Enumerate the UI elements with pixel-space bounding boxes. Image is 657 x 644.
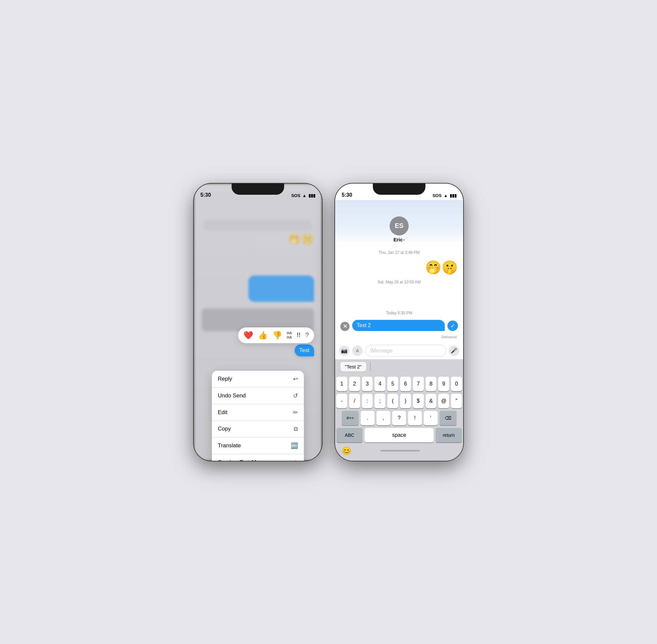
notch (232, 184, 284, 195)
copy-icon: ⧉ (294, 426, 298, 433)
reaction-heart[interactable]: ❤️ (244, 331, 253, 340)
reply-icon: ↩ (293, 375, 298, 383)
status-icons-2: SOS ▲ ▮▮▮ (433, 193, 457, 198)
key-semicolon[interactable]: ; (375, 394, 385, 408)
reaction-question[interactable]: ? (305, 331, 309, 339)
contact-chevron-icon: › (403, 237, 405, 242)
reaction-haha[interactable]: HAHA (287, 331, 292, 339)
bg-bubble-1 (204, 220, 312, 230)
timestamp-3: Today 5:30 PM (340, 311, 458, 315)
key-colon[interactable]: : (362, 394, 373, 408)
key-6[interactable]: 6 (400, 377, 411, 391)
send-button[interactable]: ✓ (448, 321, 458, 331)
autocomplete-divider (370, 362, 370, 371)
contact-avatar[interactable]: ES (390, 216, 409, 235)
key-slash[interactable]: / (349, 394, 360, 408)
mic-button[interactable]: 🎤 (449, 345, 459, 356)
reaction-thumbs-up[interactable]: 👍 (258, 331, 268, 340)
cancel-button[interactable]: ✕ (340, 322, 349, 331)
status-time: 5:30 (200, 192, 211, 198)
autocomplete-bar: "Test 2" (335, 359, 463, 374)
key-dash[interactable]: - (336, 394, 347, 408)
imessage-screen: 5:30 SOS ▲ ▮▮▮ ES Eric › Thu, Jan (335, 184, 463, 461)
timestamp-2: Sat, May 28 at 10:53 AM (340, 280, 458, 284)
status-time-2: 5:30 (342, 192, 352, 198)
key-period[interactable]: . (361, 411, 375, 425)
key-abc[interactable]: ABC (336, 428, 363, 442)
key-0[interactable]: 0 (451, 377, 462, 391)
phone2-screen: 5:30 SOS ▲ ▮▮▮ ES Eric › Thu, Jan (335, 184, 463, 461)
status-icons: SOS ▲ ▮▮▮ (291, 193, 315, 198)
menu-item-edit[interactable]: Edit ✏ (212, 404, 304, 421)
key-dollar[interactable]: $ (413, 394, 424, 408)
timestamp-1: Thu, Jan 27 at 3:49 PM (340, 250, 458, 255)
emoji-message: 🤭🤫 (340, 259, 458, 275)
undo-send-icon: ↺ (293, 392, 298, 399)
delivered-status: Delivered (340, 335, 458, 339)
wifi-icon: ▲ (302, 193, 307, 198)
key-amp[interactable]: & (426, 394, 436, 408)
key-7[interactable]: 7 (413, 377, 424, 391)
emoji-bubbles: 🤭🤫 (425, 259, 458, 275)
notch-2 (373, 184, 425, 195)
key-space[interactable]: space (365, 428, 434, 442)
reaction-exclamation[interactable]: !! (297, 332, 300, 339)
spacer (340, 289, 458, 306)
key-4[interactable]: 4 (375, 377, 385, 391)
key-paren-close[interactable]: ) (400, 394, 411, 408)
keyboard-row-3: #+= . , ? ! ' ⌫ (336, 411, 462, 425)
emoji-keyboard-button[interactable]: 😊 (339, 445, 354, 457)
input-bar: 📷 A iMessage 🎤 (335, 342, 463, 359)
bg-emoji: 🤭🤫 (288, 233, 314, 245)
key-3[interactable]: 3 (362, 377, 373, 391)
translate-icon: 🔤 (291, 442, 298, 449)
key-apostrophe[interactable]: ' (424, 411, 437, 425)
phone-1: 5:30 SOS ▲ ▮▮▮ 🤭🤫 ❤️ 👍 👎 HAHA !! ? (194, 184, 322, 461)
menu-item-send-as-text[interactable]: Send as Text Message ⊙ (212, 454, 304, 461)
send-text-icon: ⊙ (293, 459, 298, 461)
key-5[interactable]: 5 (387, 377, 398, 391)
menu-item-undo-send[interactable]: Undo Send ↺ (212, 388, 304, 404)
test-message-bubble[interactable]: Test (295, 345, 314, 356)
key-paren-open[interactable]: ( (387, 394, 398, 408)
contact-header: ES Eric › (335, 200, 463, 246)
key-2[interactable]: 2 (349, 377, 360, 391)
apps-button[interactable]: A (352, 345, 363, 356)
sos-icon: SOS (291, 193, 300, 198)
battery-icon: ▮▮▮ (309, 193, 315, 198)
imessage-input[interactable]: iMessage (365, 345, 446, 356)
menu-item-copy[interactable]: Copy ⧉ (212, 421, 304, 437)
key-1[interactable]: 1 (336, 377, 347, 391)
autocomplete-item-1[interactable]: "Test 2" (340, 362, 366, 371)
menu-item-reply[interactable]: Reply ↩ (212, 371, 304, 388)
reaction-thumbs-down[interactable]: 👎 (272, 331, 282, 340)
bg-bubble-3 (248, 276, 314, 302)
keyboard-row-4: ABC space return (336, 428, 462, 442)
keyboard: 1 2 3 4 5 6 7 8 9 0 - / : ; ( (335, 374, 463, 461)
key-delete[interactable]: ⌫ (439, 411, 457, 425)
battery-icon-2: ▮▮▮ (450, 193, 457, 198)
sent-message-row: ✕ Test 2 ✓ (340, 320, 458, 331)
edit-icon: ✏ (293, 409, 298, 416)
key-9[interactable]: 9 (438, 377, 449, 391)
key-comma[interactable]: , (377, 411, 390, 425)
keyboard-padding-bottom (336, 457, 462, 459)
context-menu: Reply ↩ Undo Send ↺ Edit ✏ Copy ⧉ Transl… (212, 371, 304, 461)
keyboard-row-2: - / : ; ( ) $ & @ " (336, 394, 462, 408)
key-question[interactable]: ? (392, 411, 406, 425)
key-exclaim[interactable]: ! (408, 411, 422, 425)
keyboard-bottom: 😊 (336, 445, 462, 457)
key-8[interactable]: 8 (426, 377, 436, 391)
key-return[interactable]: return (436, 428, 462, 442)
home-indicator-2 (380, 450, 420, 452)
camera-button[interactable]: 📷 (339, 345, 349, 356)
menu-item-translate[interactable]: Translate 🔤 (212, 437, 304, 454)
key-at[interactable]: @ (438, 394, 449, 408)
sent-bubble-container: Test 2 (352, 320, 445, 331)
key-hashplus[interactable]: #+= (342, 411, 359, 425)
phone1-screen: 5:30 SOS ▲ ▮▮▮ 🤭🤫 ❤️ 👍 👎 HAHA !! ? (194, 184, 322, 461)
contact-name-row[interactable]: Eric › (393, 237, 405, 243)
keyboard-row-1: 1 2 3 4 5 6 7 8 9 0 (336, 377, 462, 391)
key-quote[interactable]: " (451, 394, 462, 408)
sos-icon-2: SOS (433, 193, 441, 198)
